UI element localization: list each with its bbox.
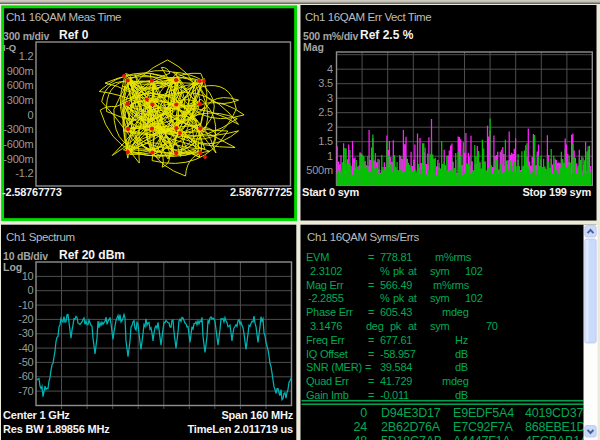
- svg-text:=: =: [368, 375, 374, 387]
- svg-text:Phase Err: Phase Err: [306, 306, 353, 318]
- svg-text:Mag: Mag: [303, 41, 324, 53]
- svg-text:SNR (MER): SNR (MER): [306, 361, 362, 373]
- svg-text:pk: pk: [393, 265, 405, 277]
- svg-text:Mag Err: Mag Err: [306, 279, 344, 291]
- svg-text:Ref 2.5 %: Ref 2.5 %: [360, 28, 414, 42]
- svg-text:=: =: [365, 361, 371, 373]
- svg-text:300m: 300m: [7, 94, 34, 106]
- svg-text:sym: sym: [430, 320, 450, 332]
- svg-text:41.729: 41.729: [380, 375, 412, 387]
- svg-text:Ref 20 dBm: Ref 20 dBm: [59, 248, 125, 262]
- svg-text:500 m%/div: 500 m%/div: [303, 30, 359, 42]
- svg-text:900m: 900m: [7, 65, 34, 77]
- svg-text:Log: Log: [3, 261, 22, 273]
- svg-text:Stop 199 sym: Stop 199 sym: [522, 186, 591, 198]
- svg-text:IQ Offset: IQ Offset: [306, 348, 348, 360]
- svg-text:-70: -70: [18, 385, 33, 397]
- svg-text:2B62D76A: 2B62D76A: [381, 420, 441, 434]
- svg-text:102: 102: [465, 292, 483, 304]
- svg-text:sym: sym: [430, 292, 450, 304]
- svg-text:4: 4: [327, 63, 333, 75]
- svg-text:%: %: [380, 292, 390, 304]
- svg-text:=: =: [368, 389, 374, 401]
- svg-text:E7C92F7A: E7C92F7A: [453, 420, 513, 434]
- svg-text:A4447F1A: A4447F1A: [453, 434, 511, 440]
- svg-text:m%rms: m%rms: [433, 279, 470, 291]
- svg-text:pk: pk: [390, 320, 402, 332]
- svg-text:I-Q: I-Q: [3, 42, 16, 53]
- svg-text:EVM: EVM: [306, 251, 329, 263]
- svg-text:1.2: 1.2: [19, 50, 34, 62]
- svg-text:-40: -40: [18, 342, 33, 354]
- svg-text:500m: 500m: [306, 164, 333, 176]
- svg-text:677.61: 677.61: [380, 334, 412, 346]
- svg-text:Ch1 Spectrum: Ch1 Spectrum: [6, 231, 75, 243]
- svg-text:4ECBAB14: 4ECBAB14: [525, 434, 587, 440]
- svg-text:Ref 0: Ref 0: [59, 28, 89, 42]
- svg-text:sym: sym: [430, 265, 450, 277]
- svg-text:D94E3D17: D94E3D17: [381, 406, 441, 420]
- svg-text:3.5: 3.5: [318, 77, 333, 89]
- svg-text:-20: -20: [18, 313, 33, 325]
- svg-text:3.1476: 3.1476: [310, 320, 342, 332]
- svg-text:10: 10: [22, 270, 34, 282]
- svg-text:dB: dB: [455, 361, 468, 373]
- svg-text:Hz: Hz: [455, 334, 468, 346]
- svg-text:102: 102: [465, 265, 483, 277]
- svg-text:0: 0: [360, 406, 367, 420]
- svg-text:Quad Err: Quad Err: [306, 375, 349, 387]
- svg-text:=: =: [368, 306, 374, 318]
- svg-text:E9EDF5A4: E9EDF5A4: [453, 406, 514, 420]
- svg-text:Ch1 16QAM Meas Time: Ch1 16QAM Meas Time: [6, 11, 121, 23]
- svg-text:48: 48: [353, 434, 367, 440]
- svg-text:Gain Imb: Gain Imb: [306, 389, 349, 401]
- svg-text:70: 70: [486, 320, 498, 332]
- svg-text:39.584: 39.584: [380, 361, 412, 373]
- svg-text:mdeg: mdeg: [442, 306, 469, 318]
- svg-text:10 dB/div: 10 dB/div: [3, 250, 48, 262]
- svg-text:Ch1 16QAM Syms/Errs: Ch1 16QAM Syms/Errs: [307, 231, 420, 243]
- svg-text:=: =: [368, 348, 374, 360]
- svg-text:-30: -30: [18, 327, 33, 339]
- svg-text:2: 2: [327, 121, 333, 133]
- svg-text:2.3102: 2.3102: [310, 265, 342, 277]
- svg-text:1: 1: [327, 150, 333, 162]
- svg-text:4019CD37: 4019CD37: [525, 406, 583, 420]
- svg-text:Span 160 MHz: Span 160 MHz: [221, 409, 293, 421]
- svg-text:-600m: -600m: [3, 138, 33, 150]
- svg-text:0: 0: [28, 284, 34, 296]
- svg-text:3: 3: [327, 92, 333, 104]
- svg-text:at: at: [408, 265, 417, 277]
- svg-text:868EBE1D: 868EBE1D: [525, 420, 585, 434]
- svg-text:778.81: 778.81: [380, 251, 412, 263]
- svg-text:pk: pk: [393, 292, 405, 304]
- svg-text:-1.2: -1.2: [15, 167, 33, 179]
- svg-text:566.49: 566.49: [380, 279, 412, 291]
- svg-text:=: =: [368, 334, 374, 346]
- svg-text:Center 1 GHz: Center 1 GHz: [3, 409, 70, 421]
- svg-text:0: 0: [28, 109, 34, 121]
- svg-text:m%rms: m%rms: [435, 251, 472, 263]
- svg-text:dB: dB: [455, 389, 468, 401]
- svg-text:TimeLen 2.011719 us: TimeLen 2.011719 us: [188, 423, 294, 435]
- svg-text:at: at: [408, 292, 417, 304]
- svg-text:%: %: [380, 265, 390, 277]
- svg-text:-0.011: -0.011: [380, 389, 409, 401]
- svg-text:dB: dB: [455, 348, 468, 360]
- svg-text:-300m: -300m: [3, 123, 33, 135]
- svg-text:1.5: 1.5: [318, 135, 333, 147]
- svg-text:2.587677725: 2.587677725: [230, 186, 292, 198]
- svg-text:5D18C7AB: 5D18C7AB: [381, 434, 442, 440]
- svg-text:Freq Err: Freq Err: [306, 334, 345, 346]
- svg-text:Ch1 16QAM Err Vect Time: Ch1 16QAM Err Vect Time: [305, 11, 431, 23]
- svg-text:600m: 600m: [7, 79, 34, 91]
- svg-text:=: =: [368, 279, 374, 291]
- svg-text:mdeg: mdeg: [442, 375, 469, 387]
- svg-text:deg: deg: [366, 320, 384, 332]
- svg-text:Start 0 sym: Start 0 sym: [302, 186, 360, 198]
- svg-text:-58.957: -58.957: [380, 348, 416, 360]
- svg-text:-10: -10: [18, 299, 33, 311]
- svg-text:24: 24: [353, 420, 367, 434]
- svg-text:-60: -60: [18, 370, 33, 382]
- svg-text:at: at: [408, 320, 417, 332]
